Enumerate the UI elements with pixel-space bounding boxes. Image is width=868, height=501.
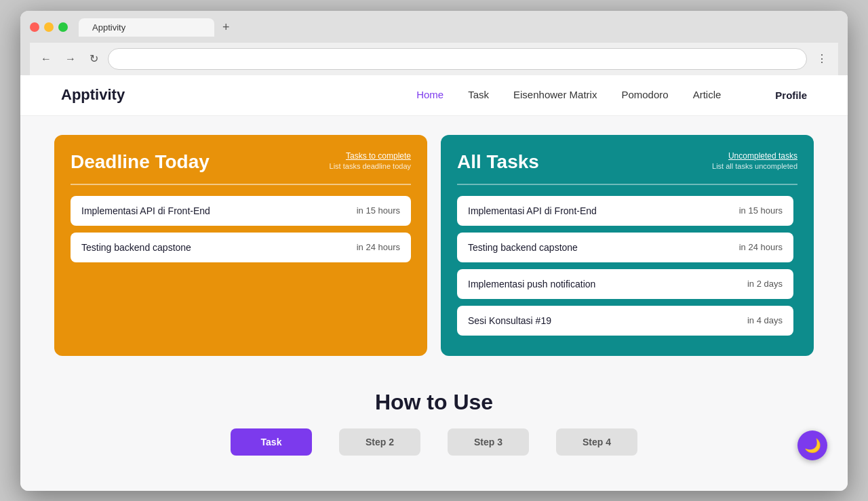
how-to-steps: Task Step 2 Step 3 Step 4 [54, 428, 814, 456]
all-tasks-scrollable-list[interactable]: Implementasi API di Front-End in 15 hour… [457, 196, 797, 336]
task-item[interactable]: Implementasi API di Front-End in 15 hour… [457, 196, 793, 226]
all-tasks-card-divider [457, 184, 797, 185]
browser-toolbar: ← → ↻ ⋮ [30, 43, 838, 75]
deadline-today-card: Deadline Today Tasks to complete List ta… [54, 135, 427, 356]
task-name: Implementasi API di Front-End [81, 205, 210, 216]
nav-links: Home Task Eisenhower Matrix Pomodoro Art… [416, 89, 721, 101]
window-close-button[interactable] [30, 22, 39, 32]
refresh-button[interactable]: ↻ [85, 49, 102, 68]
task-name: Implementasi API di Front-End [468, 205, 597, 216]
task-name: Implementasi push notification [468, 279, 595, 289]
tasks-complete-link[interactable]: Tasks to complete [330, 151, 411, 161]
task-name: Testing backend capstone [81, 242, 191, 253]
how-to-use-title: How to Use [54, 390, 814, 415]
nav-link-article[interactable]: Article [693, 89, 722, 100]
browser-chrome: Apptivity + ← → ↻ ⋮ [20, 11, 848, 75]
new-tab-button[interactable]: + [217, 18, 235, 37]
deadline-task-list: Implementasi API di Front-End in 15 hour… [71, 196, 411, 262]
app-main: Deadline Today Tasks to complete List ta… [20, 116, 848, 491]
nav-link-pomodoro[interactable]: Pomodoro [621, 89, 668, 100]
uncompleted-tasks-link[interactable]: Uncompleted tasks [712, 151, 797, 161]
nav-item-home[interactable]: Home [416, 89, 443, 101]
all-tasks-card: All Tasks Uncompleted tasks List all tas… [441, 135, 814, 356]
task-name: Testing backend capstone [468, 242, 578, 253]
browser-window: Apptivity + ← → ↻ ⋮ Apptivity Home Task [20, 11, 848, 491]
deadline-card-divider [71, 184, 411, 185]
task-time: in 2 days [747, 279, 783, 289]
nav-link-home[interactable]: Home [416, 89, 443, 100]
forward-button[interactable]: → [61, 50, 80, 68]
how-to-use-section: How to Use Task Step 2 Step 3 Step 4 [54, 383, 814, 469]
task-time: in 15 hours [357, 205, 400, 216]
tab-label: Apptivity [92, 22, 125, 33]
browser-tabs: Apptivity + [79, 18, 235, 37]
step-item: Step 4 [556, 428, 637, 456]
dark-mode-button[interactable]: 🌙 [797, 430, 827, 460]
nav-link-task[interactable]: Task [468, 89, 489, 100]
deadline-card-link-sub: List tasks deadline today [330, 162, 411, 170]
browser-content: Apptivity Home Task Eisenhower Matrix Po… [20, 75, 848, 491]
task-item[interactable]: Implementasi API di Front-End in 15 hour… [71, 196, 411, 226]
task-time: in 24 hours [357, 242, 400, 252]
all-tasks-card-title: All Tasks [457, 151, 539, 173]
task-name: Sesi Konsultasi #19 [468, 315, 551, 326]
profile-link[interactable]: Profile [775, 89, 807, 101]
task-item[interactable]: Sesi Konsultasi #19 in 4 days [457, 306, 793, 336]
browser-tab-active[interactable]: Apptivity [79, 18, 214, 37]
back-button[interactable]: ← [37, 50, 56, 68]
all-tasks-card-link-group: Uncompleted tasks List all tasks uncompl… [712, 151, 797, 170]
browser-titlebar: Apptivity + [30, 18, 838, 37]
app-logo: Apptivity [61, 86, 125, 104]
step-card-4[interactable]: Step 4 [556, 428, 637, 456]
task-item[interactable]: Implementasi push notification in 2 days [457, 269, 793, 299]
app-navbar: Apptivity Home Task Eisenhower Matrix Po… [20, 75, 848, 116]
browser-menu-button[interactable]: ⋮ [812, 49, 831, 68]
nav-item-eisenhower[interactable]: Eisenhower Matrix [513, 89, 597, 101]
nav-item-pomodoro[interactable]: Pomodoro [621, 89, 668, 101]
task-time: in 4 days [747, 315, 783, 325]
step-card-2[interactable]: Step 2 [339, 428, 420, 456]
window-minimize-button[interactable] [44, 22, 54, 32]
task-time: in 24 hours [739, 242, 783, 252]
nav-item-article[interactable]: Article [693, 89, 722, 101]
address-bar[interactable] [108, 48, 807, 70]
deadline-card-link-group: Tasks to complete List tasks deadline to… [330, 151, 411, 170]
step-card-task[interactable]: Task [231, 428, 312, 456]
task-time: in 15 hours [739, 205, 783, 216]
deadline-card-title: Deadline Today [71, 151, 210, 173]
step-item: Task [231, 428, 312, 456]
step-card-3[interactable]: Step 3 [448, 428, 529, 456]
all-tasks-card-header: All Tasks Uncompleted tasks List all tas… [457, 151, 797, 173]
step-item: Step 2 [339, 428, 420, 456]
task-item[interactable]: Testing backend capstone in 24 hours [457, 233, 793, 262]
all-tasks-card-link-sub: List all tasks uncompleted [712, 162, 797, 170]
step-item: Step 3 [448, 428, 529, 456]
task-item[interactable]: Testing backend capstone in 24 hours [71, 233, 411, 262]
window-maximize-button[interactable] [58, 22, 68, 32]
nav-link-eisenhower[interactable]: Eisenhower Matrix [513, 89, 597, 100]
cards-row: Deadline Today Tasks to complete List ta… [54, 135, 814, 356]
deadline-card-header: Deadline Today Tasks to complete List ta… [71, 151, 411, 173]
window-buttons [30, 22, 68, 32]
nav-item-task[interactable]: Task [468, 89, 489, 101]
